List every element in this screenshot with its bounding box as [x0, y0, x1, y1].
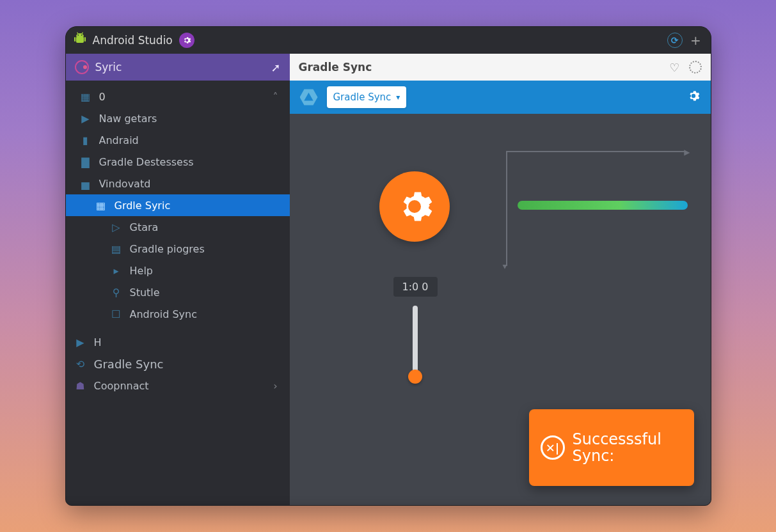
favorite-icon[interactable]: ♡	[669, 61, 679, 74]
play-icon: ▶	[80, 113, 91, 124]
play-outline-icon: ▷	[111, 221, 122, 233]
tree-item-selected[interactable]: ▦ Grdle Syric	[66, 194, 290, 216]
footer-gradle-sync[interactable]: ⟲ Gradle Sync	[66, 353, 290, 375]
app-window: Android Studio ⟳ + Syric ➚ ▦ 0 ˄ ▶	[65, 26, 711, 506]
panel-toolbar: Gradle Sync ▾	[290, 81, 711, 114]
windows-icon: ▤	[111, 243, 122, 254]
toast-text: Successsful Sync:	[573, 431, 661, 465]
tree-item[interactable]: ☐ Android Sync	[66, 303, 290, 325]
folder-icon: ▅	[80, 178, 91, 189]
help-icon[interactable]: ⟳	[667, 33, 683, 48]
check-circle-icon: ✕|	[541, 435, 565, 460]
root-count: 0	[99, 91, 263, 103]
svg-point-4	[81, 35, 82, 36]
gear-badge	[379, 171, 450, 242]
app-title: Android Studio	[93, 34, 173, 47]
android-logo-icon	[74, 32, 86, 49]
project-tree: ▦ 0 ˄ ▶ Naw getars ▮ Andraid ▇ Gradle De…	[66, 81, 290, 505]
stage: 1:0 0 ▶ ▾ ✕| Successsful Sync:	[290, 114, 711, 505]
svg-line-6	[82, 33, 83, 35]
sync-header-label: Syric	[95, 61, 122, 74]
tree-item[interactable]: ▸ Help	[66, 260, 290, 281]
svg-point-3	[77, 35, 79, 36]
arrow-right-icon: ▶	[684, 148, 690, 157]
pin-icon: ⚲	[111, 286, 122, 298]
tree-item[interactable]: ▅ Vindovatd	[66, 173, 290, 194]
sync-status-icon	[75, 60, 89, 74]
tree-item[interactable]: ⚲ Stutle	[66, 281, 290, 303]
tree-item[interactable]: ▤ Gradle piogres	[66, 238, 290, 260]
sync-dropdown[interactable]: Gradle Sync ▾	[327, 86, 407, 108]
footer-connect[interactable]: ☗ Coopnnact ›	[66, 375, 290, 396]
chevron-up-icon[interactable]: ˄	[271, 91, 281, 103]
play-icon: ▶	[75, 336, 86, 348]
grid-icon: ▦	[95, 199, 107, 211]
footer-item[interactable]: ▶ H	[66, 331, 290, 353]
grid-icon: ▦	[80, 91, 91, 102]
panel-title: Gradle Sync	[299, 61, 372, 74]
add-tab-button[interactable]: +	[689, 33, 703, 48]
svg-rect-2	[84, 37, 85, 42]
device-icon: ☐	[111, 308, 122, 320]
tree-item[interactable]: ▷ Gtara	[66, 216, 290, 238]
arrow-down-icon: ▾	[503, 261, 507, 271]
gear-icon[interactable]	[686, 89, 701, 106]
chevron-down-icon: ▾	[396, 93, 400, 102]
sync-header[interactable]: Syric ➚	[66, 54, 290, 81]
settings-badge-icon[interactable]	[179, 33, 194, 48]
panel-header: Gradle Sync ♡	[290, 54, 711, 81]
sidebar: Syric ➚ ▦ 0 ˄ ▶ Naw getars ▮ Andraid	[66, 54, 290, 505]
svg-rect-1	[74, 37, 75, 42]
sync-success-toast[interactable]: ✕| Successsful Sync:	[529, 409, 694, 486]
chevron-right-icon: ▸	[111, 265, 122, 276]
sync-icon: ⟲	[75, 358, 86, 370]
svg-line-5	[77, 33, 78, 35]
tree-item[interactable]: ▮ Andraid	[66, 129, 290, 151]
chevron-right-icon[interactable]: ›	[271, 380, 281, 392]
main-panel: Gradle Sync ♡ Gradle Sync ▾	[290, 54, 711, 505]
tree-root[interactable]: ▦ 0 ˄	[66, 86, 290, 107]
progress-counter: 1:0 0	[393, 277, 438, 297]
title-bar: Android Studio ⟳ +	[66, 27, 711, 54]
tree-item[interactable]: ▇ Gradle Destessess	[66, 151, 290, 173]
dropdown-label: Gradle Sync	[333, 91, 392, 103]
progress-indicator	[413, 306, 418, 376]
share-arrow-icon[interactable]: ➚	[271, 61, 280, 74]
plugin-icon: ☗	[75, 380, 86, 391]
stack-icon: ▇	[80, 156, 91, 168]
file-icon: ▮	[80, 134, 91, 146]
gradle-hex-icon	[300, 88, 318, 106]
loading-icon	[689, 61, 702, 74]
progress-bar	[518, 201, 688, 210]
tree-item[interactable]: ▶ Naw getars	[66, 107, 290, 129]
sync-graph: ▶ ▾	[506, 151, 685, 285]
svg-rect-0	[76, 36, 84, 43]
